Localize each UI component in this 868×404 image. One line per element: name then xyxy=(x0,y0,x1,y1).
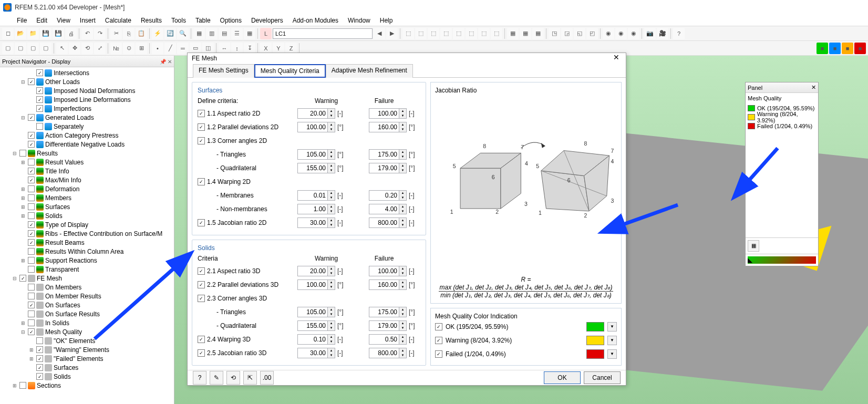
expand-icon[interactable]: ⊟ xyxy=(20,115,26,120)
criteria-checkbox[interactable] xyxy=(198,137,205,144)
spin-up-icon[interactable]: ▲ xyxy=(328,218,335,223)
menu-file[interactable]: File xyxy=(13,16,31,25)
render2-icon[interactable]: ◉ xyxy=(615,28,627,39)
next-lc-icon[interactable]: ▶ xyxy=(386,28,398,39)
failure-input-field[interactable] xyxy=(369,266,399,276)
redo-icon[interactable]: ↷ xyxy=(94,28,106,39)
failure-input[interactable]: ▲▼ xyxy=(369,122,407,132)
color1-icon[interactable]: ■ xyxy=(817,43,828,54)
spin-down-icon[interactable]: ▼ xyxy=(399,195,406,200)
criteria-checkbox[interactable] xyxy=(198,219,205,226)
spin-up-icon[interactable]: ▲ xyxy=(328,150,335,154)
warning-input[interactable]: ▲▼ xyxy=(297,149,335,160)
spin-down-icon[interactable]: ▼ xyxy=(328,271,335,276)
color-checkbox[interactable] xyxy=(435,350,442,358)
spin-down-icon[interactable]: ▼ xyxy=(328,339,335,344)
undo-icon[interactable]: ↶ xyxy=(81,28,93,39)
failure-input-field[interactable] xyxy=(369,334,399,345)
spin-down-icon[interactable]: ▼ xyxy=(328,223,335,227)
vid-icon[interactable]: 🎥 xyxy=(657,28,668,39)
spin-down-icon[interactable]: ▼ xyxy=(399,339,406,344)
tree-item[interactable]: Max/Min Info xyxy=(0,175,174,184)
failure-input-field[interactable] xyxy=(369,279,399,290)
warning-input[interactable]: ▲▼ xyxy=(297,320,335,331)
menu-addon-modules[interactable]: Add-on Modules xyxy=(288,16,343,25)
tb-f-icon[interactable]: ⬚ xyxy=(466,28,477,39)
spin-up-icon[interactable]: ▲ xyxy=(328,122,335,127)
expand-icon[interactable]: ⊟ xyxy=(20,79,26,85)
sidepanel-icon[interactable]: ▥ xyxy=(206,28,218,39)
tree-item[interactable]: ⊟Generated Loads xyxy=(0,113,174,122)
panel-btn-2[interactable]: ◣ xyxy=(748,256,816,264)
tb2-3-icon[interactable]: ▢ xyxy=(27,43,39,54)
warning-input-field[interactable] xyxy=(297,217,328,228)
expand-icon[interactable]: ⊞ xyxy=(20,204,26,210)
new-icon[interactable]: ◻ xyxy=(2,28,14,39)
tree-item[interactable]: Type of Display xyxy=(0,220,174,229)
spin-down-icon[interactable]: ▼ xyxy=(399,209,406,214)
panel-btn-1[interactable]: ▦ xyxy=(748,240,759,252)
tree-checkbox[interactable] xyxy=(28,212,35,219)
failure-input-field[interactable] xyxy=(369,149,399,160)
tb-g-icon[interactable]: ⬚ xyxy=(478,28,490,39)
color4-icon[interactable]: ■ xyxy=(854,43,866,54)
failure-input[interactable]: ▲▼ xyxy=(369,320,407,331)
failure-input[interactable]: ▲▼ xyxy=(369,163,407,173)
tree-item[interactable]: Imperfections xyxy=(0,104,174,113)
spin-down-icon[interactable]: ▼ xyxy=(399,127,406,132)
tree-item[interactable]: ⊞Deformation xyxy=(0,184,174,193)
spin-up-icon[interactable]: ▲ xyxy=(399,266,406,271)
color-dropdown-icon[interactable]: ▼ xyxy=(607,336,617,345)
expand-icon[interactable]: ⊟ xyxy=(20,329,26,335)
expand-icon[interactable]: ⊞ xyxy=(20,187,26,192)
menu-help[interactable]: Help xyxy=(376,16,397,25)
criteria-checkbox[interactable] xyxy=(198,178,205,185)
cancel-button[interactable]: Cancel xyxy=(584,371,621,384)
spin-down-icon[interactable]: ▼ xyxy=(399,154,406,159)
tree-checkbox[interactable] xyxy=(36,105,43,112)
menu-results[interactable]: Results xyxy=(137,16,166,25)
spin-down-icon[interactable]: ▼ xyxy=(328,127,335,132)
tree-checkbox[interactable] xyxy=(28,177,35,183)
tb-e-icon[interactable]: ⬚ xyxy=(453,28,464,39)
expand-icon[interactable]: ⊞ xyxy=(20,258,26,263)
tree-checkbox[interactable] xyxy=(28,266,35,273)
spin-up-icon[interactable]: ▲ xyxy=(399,191,406,195)
units-button[interactable]: .00 xyxy=(260,371,274,385)
tb-b-icon[interactable]: ⬚ xyxy=(415,28,427,39)
warning-input[interactable]: ▲▼ xyxy=(297,122,335,132)
cut-icon[interactable]: ✂ xyxy=(110,28,122,39)
prev-lc-icon[interactable]: ◀ xyxy=(374,28,385,39)
open-icon[interactable]: 📂 xyxy=(15,28,26,39)
tree-item[interactable]: ⊞Members xyxy=(0,193,174,202)
warning-input-field[interactable] xyxy=(297,320,328,331)
panel-close-icon[interactable]: ✕ xyxy=(811,84,816,91)
folder-icon[interactable]: 📁 xyxy=(27,28,39,39)
tree-checkbox[interactable] xyxy=(36,337,43,344)
warning-input-field[interactable] xyxy=(297,204,328,214)
expand-icon[interactable]: ⊞ xyxy=(20,160,26,165)
failure-input[interactable]: ▲▼ xyxy=(369,149,407,160)
failure-input-field[interactable] xyxy=(369,204,399,214)
tb2-2-icon[interactable]: ▢ xyxy=(15,43,26,54)
reset-button[interactable]: ⟲ xyxy=(226,371,240,385)
failure-input[interactable]: ▲▼ xyxy=(369,204,407,214)
warning-input[interactable]: ▲▼ xyxy=(297,108,335,119)
failure-input-field[interactable] xyxy=(369,348,399,358)
tree-checkbox[interactable] xyxy=(28,284,35,291)
failure-input[interactable]: ▲▼ xyxy=(369,348,407,358)
failure-input[interactable]: ▲▼ xyxy=(369,307,407,317)
warning-input[interactable]: ▲▼ xyxy=(297,266,335,276)
render3-icon[interactable]: ◉ xyxy=(628,28,639,39)
warning-input[interactable]: ▲▼ xyxy=(297,279,335,290)
tree-item[interactable]: Ribs - Effective Contribution on Surface… xyxy=(0,229,174,238)
expand-icon[interactable]: ⊞ xyxy=(12,383,18,388)
warning-input-field[interactable] xyxy=(297,279,328,290)
menu-window[interactable]: Window xyxy=(344,16,375,25)
tree-checkbox[interactable] xyxy=(36,355,43,362)
tree-checkbox[interactable] xyxy=(28,230,35,237)
line-icon[interactable]: ╱ xyxy=(164,43,176,54)
print-icon[interactable]: 🖨 xyxy=(65,28,77,39)
spin-down-icon[interactable]: ▼ xyxy=(399,271,406,276)
spin-up-icon[interactable]: ▲ xyxy=(399,163,406,168)
